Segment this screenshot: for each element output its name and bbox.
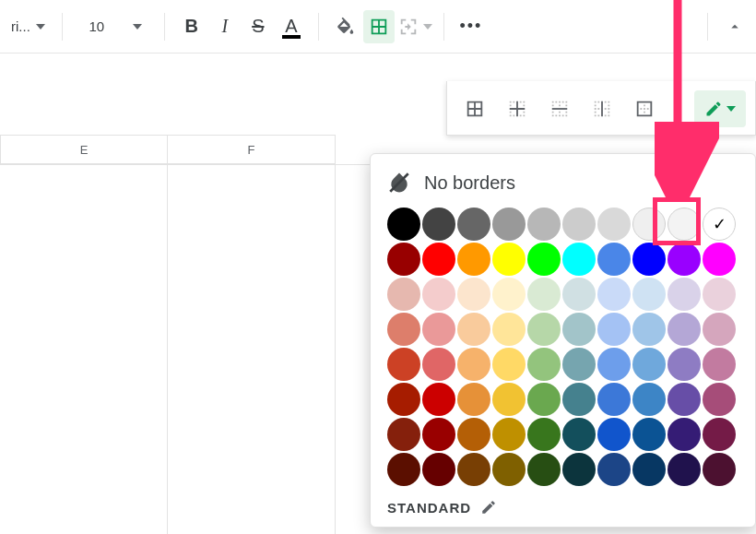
color-swatch[interactable] bbox=[527, 453, 561, 486]
color-swatch[interactable] bbox=[387, 313, 420, 346]
color-swatch[interactable] bbox=[597, 348, 631, 381]
color-swatch[interactable] bbox=[422, 348, 455, 381]
column-header[interactable]: F bbox=[168, 135, 336, 164]
color-swatch[interactable] bbox=[492, 418, 526, 451]
color-swatch[interactable] bbox=[562, 453, 596, 486]
bold-button[interactable]: B bbox=[176, 10, 207, 43]
color-swatch[interactable] bbox=[562, 418, 596, 451]
color-swatch[interactable] bbox=[667, 243, 701, 276]
strikethrough-button[interactable]: S bbox=[242, 10, 274, 43]
color-swatch[interactable] bbox=[597, 453, 631, 486]
color-swatch[interactable] bbox=[703, 313, 736, 346]
color-swatch[interactable] bbox=[597, 208, 631, 241]
color-swatch[interactable] bbox=[422, 313, 455, 346]
color-swatch[interactable] bbox=[632, 313, 666, 346]
reset-color-icon[interactable] bbox=[387, 171, 411, 195]
color-swatch[interactable] bbox=[527, 243, 561, 276]
color-swatch[interactable] bbox=[457, 243, 490, 276]
color-swatch[interactable] bbox=[492, 313, 526, 346]
color-swatch[interactable] bbox=[562, 313, 596, 346]
italic-button[interactable]: I bbox=[209, 10, 241, 43]
color-swatch[interactable] bbox=[457, 208, 490, 241]
color-swatch[interactable] bbox=[457, 313, 490, 346]
border-horizontal-button[interactable] bbox=[541, 90, 578, 127]
border-vertical-button[interactable] bbox=[584, 90, 620, 127]
color-swatch[interactable] bbox=[387, 383, 420, 416]
color-swatch[interactable] bbox=[562, 348, 596, 381]
color-swatch[interactable] bbox=[457, 348, 490, 381]
color-swatch[interactable] bbox=[492, 383, 526, 416]
color-swatch[interactable] bbox=[703, 383, 736, 416]
color-swatch[interactable] bbox=[387, 278, 420, 311]
more-button[interactable]: ••• bbox=[455, 10, 487, 43]
fill-color-button[interactable] bbox=[330, 10, 361, 43]
font-size-input[interactable]: 10 bbox=[74, 13, 120, 41]
color-swatch[interactable] bbox=[492, 348, 526, 381]
color-swatch[interactable] bbox=[527, 418, 561, 451]
color-swatch[interactable] bbox=[632, 418, 666, 451]
color-swatch[interactable] bbox=[422, 383, 455, 416]
color-swatch[interactable] bbox=[527, 348, 561, 381]
color-swatch[interactable] bbox=[492, 208, 526, 241]
color-swatch[interactable] bbox=[492, 278, 526, 311]
color-swatch[interactable] bbox=[387, 348, 420, 381]
color-swatch[interactable] bbox=[703, 453, 736, 486]
pencil-icon[interactable] bbox=[480, 499, 497, 516]
color-swatch[interactable] bbox=[632, 278, 666, 311]
color-swatch[interactable] bbox=[422, 278, 455, 311]
border-inner-button[interactable] bbox=[499, 90, 536, 127]
color-swatch[interactable] bbox=[597, 313, 631, 346]
color-swatch[interactable] bbox=[597, 243, 631, 276]
color-swatch[interactable] bbox=[632, 208, 666, 241]
color-swatch[interactable] bbox=[703, 348, 736, 381]
color-swatch[interactable] bbox=[667, 208, 701, 241]
color-swatch[interactable] bbox=[703, 418, 736, 451]
color-swatch[interactable] bbox=[527, 208, 561, 241]
font-family-dropdown[interactable]: ri... bbox=[6, 10, 51, 43]
color-swatch[interactable] bbox=[562, 278, 596, 311]
color-swatch[interactable] bbox=[667, 383, 701, 416]
color-swatch[interactable] bbox=[527, 278, 561, 311]
color-swatch[interactable] bbox=[422, 453, 455, 486]
color-swatch[interactable] bbox=[527, 383, 561, 416]
color-swatch[interactable]: ✓ bbox=[703, 208, 736, 241]
color-swatch[interactable] bbox=[527, 313, 561, 346]
color-swatch[interactable] bbox=[562, 243, 596, 276]
borders-button[interactable] bbox=[363, 10, 395, 43]
color-swatch[interactable] bbox=[597, 278, 631, 311]
border-all-button[interactable] bbox=[456, 90, 493, 127]
color-swatch[interactable] bbox=[597, 418, 631, 451]
color-swatch[interactable] bbox=[457, 383, 490, 416]
color-swatch[interactable] bbox=[667, 313, 701, 346]
color-swatch[interactable] bbox=[422, 208, 455, 241]
color-swatch[interactable] bbox=[703, 278, 736, 311]
color-swatch[interactable] bbox=[597, 383, 631, 416]
color-swatch[interactable] bbox=[632, 348, 666, 381]
font-size-dropdown[interactable] bbox=[122, 10, 153, 43]
color-swatch[interactable] bbox=[632, 453, 666, 486]
color-swatch[interactable] bbox=[387, 453, 420, 486]
color-swatch[interactable] bbox=[492, 243, 526, 276]
border-color-button[interactable] bbox=[694, 90, 746, 127]
color-swatch[interactable] bbox=[387, 243, 420, 276]
color-swatch[interactable] bbox=[457, 278, 490, 311]
color-swatch[interactable] bbox=[422, 418, 455, 451]
merge-cells-button[interactable] bbox=[396, 10, 432, 43]
color-swatch[interactable] bbox=[632, 383, 666, 416]
color-swatch[interactable] bbox=[387, 418, 420, 451]
color-swatch[interactable] bbox=[457, 453, 490, 486]
color-swatch[interactable] bbox=[562, 383, 596, 416]
color-swatch[interactable] bbox=[562, 208, 596, 241]
color-swatch[interactable] bbox=[387, 208, 420, 241]
color-swatch[interactable] bbox=[703, 243, 736, 276]
column-header[interactable]: E bbox=[0, 135, 168, 164]
color-swatch[interactable] bbox=[667, 278, 701, 311]
color-swatch[interactable] bbox=[422, 243, 455, 276]
color-swatch[interactable] bbox=[632, 243, 666, 276]
text-color-button[interactable]: A bbox=[276, 10, 307, 43]
color-swatch[interactable] bbox=[667, 348, 701, 381]
border-outer-button[interactable] bbox=[626, 90, 663, 127]
color-swatch[interactable] bbox=[457, 418, 490, 451]
color-swatch[interactable] bbox=[667, 418, 701, 451]
color-swatch[interactable] bbox=[492, 453, 526, 486]
